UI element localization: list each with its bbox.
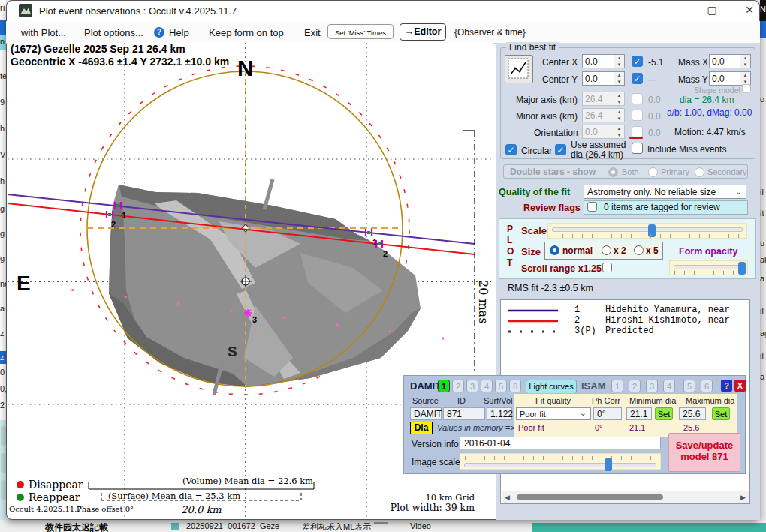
shape-model-checkbox[interactable] [742, 84, 751, 93]
observer-list-scrollbar[interactable]: ◀ ▶ [502, 491, 749, 503]
damit-model-4-button[interactable]: 4 [481, 380, 493, 392]
bg-left-char: g [0, 229, 5, 238]
close-icon[interactable]: ✕ [738, 4, 761, 16]
isam-6-button[interactable]: 6 [701, 380, 713, 392]
minimize-icon[interactable]: – [667, 4, 689, 16]
isam-1-button[interactable]: 1 [611, 380, 623, 392]
light-curves-button[interactable]: Light curves [526, 380, 577, 394]
center-y-spinner[interactable]: 0.0 ▲▼ [582, 71, 625, 86]
spin-up-icon[interactable]: ▲ [614, 55, 624, 62]
damit-model-1-button[interactable]: 1 [438, 380, 450, 392]
review-flags-checkbox[interactable] [587, 202, 597, 212]
memory-fit-quality: Poor fit [518, 423, 544, 432]
circular-checkbox[interactable]: ✓ [505, 144, 517, 155]
menu-help[interactable]: Help [169, 27, 189, 38]
include-miss-checkbox[interactable] [632, 143, 643, 154]
bg-left-char: 2 [0, 401, 5, 410]
mass-x-value[interactable]: 0.0 [710, 55, 740, 68]
use-assumed-dia-checkbox[interactable]: ✓ [555, 144, 566, 155]
bg-bottom-video[interactable]: Video [410, 521, 431, 530]
size-normal-radio[interactable] [550, 245, 559, 255]
fit-orientation-checkbox[interactable] [632, 126, 643, 137]
set-min-dia-button[interactable]: Set [655, 407, 673, 420]
center-x-spinner[interactable]: 0.0 ▲▼ [582, 54, 625, 68]
observer-name[interactable]: Hiroshi Kishimoto, near [605, 315, 730, 326]
source-field: DAMIT [410, 407, 442, 420]
damit-help-button[interactable]: ? [721, 380, 732, 392]
mass-y-spin-arrows[interactable]: ▲▼ [740, 72, 750, 85]
center-x-spin-arrows[interactable]: ▲▼ [614, 55, 624, 68]
spin-down-icon[interactable]: ▼ [614, 62, 624, 68]
fit-minor-checkbox[interactable] [632, 110, 643, 121]
scale-slider[interactable] [547, 223, 747, 239]
title-bar[interactable]: Plot event observations : Occult v.4.202… [6, 0, 760, 21]
damit-model-2-button[interactable]: 2 [452, 380, 464, 392]
mass-x-spinner[interactable]: 0.0 ▲▼ [709, 54, 751, 68]
help-icon[interactable]: ? [154, 27, 164, 38]
damit-model-5-button[interactable]: 5 [495, 380, 507, 392]
scroll-left-icon[interactable]: ◀ [505, 494, 510, 501]
center-x-value[interactable]: 0.0 [583, 55, 614, 68]
center-y-spin-arrows[interactable]: ▲▼ [614, 72, 624, 85]
observer-num[interactable]: 3(P) [574, 326, 596, 336]
bg-right-char: it [760, 209, 764, 218]
best-fit-button[interactable] [505, 55, 533, 83]
observer-num[interactable]: 1 [574, 305, 580, 315]
size-x2-radio[interactable] [602, 245, 611, 255]
bg-bottom-tab[interactable]: 20250921_001672_Geze [186, 521, 279, 530]
form-opacity-slider[interactable] [669, 260, 748, 275]
scrollbar-thumb[interactable] [517, 494, 663, 500]
isam-4-button[interactable]: 4 [663, 380, 675, 392]
spin-up-icon[interactable]: ▲ [740, 72, 750, 79]
scale-slider-track[interactable] [552, 227, 743, 232]
isam-2-button[interactable]: 2 [629, 380, 641, 392]
center-y-value[interactable]: 0.0 [583, 72, 614, 85]
set-miss-times-button[interactable]: Set 'Miss' Times [327, 24, 394, 39]
fit-center-x-checkbox[interactable]: ✓ [632, 56, 643, 67]
menu-observer-time[interactable]: {Observer & time} [454, 27, 526, 38]
observer-name[interactable]: Predicted [605, 326, 654, 336]
quality-label: Quality of the fit [499, 187, 570, 197]
form-opacity-track[interactable] [674, 265, 743, 269]
maximize-icon[interactable]: ▢ [701, 4, 723, 16]
set-max-dia-button[interactable]: Set [712, 407, 730, 420]
surfvol-field: 1.122 [487, 407, 512, 420]
spin-up-icon[interactable]: ▲ [740, 55, 750, 62]
editor-button[interactable]: →Editor [400, 23, 446, 41]
dia-button[interactable]: Dia [410, 422, 433, 434]
mass-y-value[interactable]: 0.0 [710, 72, 740, 85]
size-x5-radio[interactable] [634, 245, 644, 255]
observer-name[interactable]: Hidehito Yamamura, near [605, 305, 730, 315]
spin-up-icon[interactable]: ▲ [614, 72, 624, 79]
image-scale-track[interactable] [464, 463, 656, 467]
menu-plot-options[interactable]: Plot options... [84, 27, 143, 38]
save-update-button[interactable]: Save/update model 871 [668, 433, 740, 472]
bg-bottom-cjk-mid[interactable]: 差利柘禾入ML表示 [302, 521, 371, 532]
spin-down-icon[interactable]: ▼ [614, 79, 624, 86]
damit-model-3-button[interactable]: 3 [466, 380, 478, 392]
fit-quality-dropdown[interactable]: Poor fit ⌄ [516, 407, 591, 420]
image-scale-thumb[interactable] [605, 458, 612, 471]
bg-right-char: il [760, 188, 764, 197]
quality-dropdown[interactable]: Astrometry only. No reliable size ⌄ [584, 185, 746, 199]
volume-label: (Volume) Mean dia = 22.6 km [182, 476, 313, 486]
scroll-right-icon[interactable]: ▶ [740, 494, 746, 501]
predicted-point-marker [244, 309, 252, 317]
spin-down-icon[interactable]: ▼ [740, 62, 750, 68]
disappear-dot [17, 481, 24, 488]
scroll-range-checkbox[interactable] [602, 263, 612, 272]
observer-num[interactable]: 2 [574, 315, 580, 326]
menu-with-plot[interactable]: with Plot... [21, 27, 66, 38]
damit-close-button[interactable]: X [734, 380, 746, 392]
fit-major-checkbox[interactable] [632, 93, 643, 104]
bg-left-char: g [0, 254, 5, 263]
version-info-field[interactable]: 2016-01-04 [460, 437, 661, 449]
damit-model-6-button[interactable]: 6 [509, 380, 521, 392]
fit-center-y-checkbox[interactable]: ✓ [632, 73, 643, 84]
image-scale-slider[interactable] [460, 453, 661, 470]
menu-keep-on-top[interactable]: Keep form on top [209, 27, 284, 38]
isam-3-button[interactable]: 3 [646, 380, 658, 392]
isam-5-button[interactable]: 5 [683, 380, 695, 392]
menu-exit[interactable]: Exit [304, 27, 321, 38]
mass-x-spin-arrows[interactable]: ▲▼ [740, 55, 750, 68]
